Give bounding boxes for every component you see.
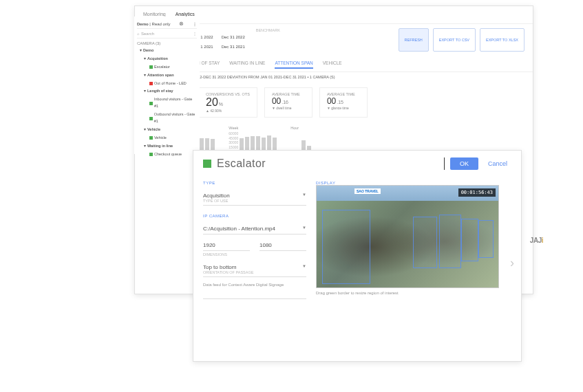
tree-item[interactable]: Escalator	[140, 63, 197, 72]
benchmark-label: BENCHMARK	[256, 28, 280, 32]
config-form: TYPE Acquisition ▼ TYPE OF USE IP CAMERA…	[203, 181, 306, 299]
chart-title: Week	[229, 126, 277, 130]
detection-box	[478, 220, 494, 258]
export-xlsx-button[interactable]: EXPORT TO XLSX	[480, 28, 524, 52]
detection-box	[413, 217, 437, 268]
date-to[interactable]: Dec 31 2022	[222, 35, 245, 39]
data-feed-note: Data feed for Context Aware Digital Sign…	[203, 283, 306, 287]
export-csv-button[interactable]: EXPORT TO CSV	[433, 28, 476, 52]
sign-overlay: SAO TRAVEL	[354, 188, 381, 194]
chevron-down-icon: ▼	[302, 226, 306, 230]
camera-config-window: Escalator OK Cancel TYPE Acquisition ▼ T…	[193, 150, 522, 362]
status-icon	[149, 102, 153, 105]
refresh-button[interactable]: REFRESH	[399, 28, 429, 52]
tree-group[interactable]: Acquisition	[147, 56, 168, 63]
metric-value: 20%	[206, 96, 250, 109]
detection-box	[461, 219, 478, 261]
status-icon	[149, 117, 153, 120]
subtab-vehicle[interactable]: VEHICLE	[323, 58, 342, 69]
search-icon: ⌕	[137, 32, 140, 36]
metric-value: 00.15	[327, 96, 360, 106]
close-icon[interactable]: ⊗	[179, 21, 184, 27]
camera-path-value: C:/Acquisition - Attention.mp4	[203, 226, 275, 232]
display-hint: Drag green border to resize region of in…	[316, 288, 511, 298]
chart-title: Hour	[290, 126, 317, 130]
tree-root: Demo	[143, 47, 153, 54]
tree-item[interactable]: Vehicle	[140, 134, 197, 142]
metric-delta: ▼ dwell time	[272, 106, 305, 110]
sidebar: Demo | Read only ⊗ ⋮ ⌕ Search ⋮ CAMERA (…	[134, 17, 200, 154]
cancel-button[interactable]: Cancel	[484, 157, 511, 170]
tree-item[interactable]: Out of Home - LED	[140, 80, 197, 88]
sidebar-section-label: CAMERA (3)	[137, 39, 197, 47]
tree-group[interactable]: Vehicle	[147, 127, 160, 133]
tree-group[interactable]: Waiting in line	[147, 143, 173, 150]
chart-hour: Hour	[290, 126, 317, 153]
camera-section-label: IP CAMERA	[203, 214, 306, 218]
tree-item[interactable]: Outbound visitors - Gate #1	[140, 111, 197, 126]
width-value: 1920	[203, 242, 215, 248]
width-input[interactable]: 1920	[203, 240, 250, 251]
type-select[interactable]: Acquisition ▼ TYPE OF USE	[203, 190, 306, 206]
detection-box	[439, 215, 461, 268]
mode-badge: Read only	[152, 22, 171, 26]
type-sub: TYPE OF USE	[203, 199, 306, 203]
metric-card: CONVERSIONS VS. OTS 20% ▲ 42.90%	[198, 87, 257, 118]
orientation-value: Top to bottom	[203, 264, 236, 270]
compare-to[interactable]: Dec 31 2021	[222, 45, 245, 49]
data-feed-input[interactable]	[203, 292, 306, 299]
camera-name-input[interactable]: Escalator	[217, 157, 445, 170]
status-icon	[149, 65, 153, 69]
menu-icon[interactable]: ⋮	[193, 21, 197, 26]
height-input[interactable]: 1080	[259, 240, 306, 251]
orientation-select[interactable]: Top to bottom ▼ ORIENTATION OF PASSAGE	[203, 262, 306, 277]
status-icon	[149, 82, 153, 85]
status-icon	[149, 153, 153, 156]
status-icon	[149, 136, 153, 140]
metric-value: 00.16	[272, 96, 305, 106]
ok-button[interactable]: OK	[450, 157, 478, 170]
subtab-waiting[interactable]: WAITING IN LINE	[229, 58, 265, 69]
subtab-attention[interactable]: ATTENTION SPAN	[275, 58, 312, 69]
video-preview[interactable]: SAO TRAVEL 00:01:56:43	[316, 185, 499, 288]
orientation-sub: ORIENTATION OF PASSAGE	[203, 270, 306, 274]
project-title: Demo	[137, 22, 149, 26]
next-arrow-icon[interactable]: ›	[510, 256, 514, 270]
timestamp-overlay: 00:01:56:43	[458, 188, 496, 197]
status-indicator	[203, 160, 211, 168]
dim-label: DIMENSIONS	[203, 252, 306, 257]
chevron-down-icon: ▼	[302, 264, 306, 268]
tree-item[interactable]: Checkout queue	[140, 151, 197, 159]
detection-box	[322, 210, 370, 284]
chevron-down-icon: ▼	[302, 193, 306, 197]
camera-path-input[interactable]: C:/Acquisition - Attention.mp4 ▼	[203, 224, 306, 235]
metric-delta: ▼ glance time	[327, 106, 360, 110]
metric-card: AVERAGE TIME 00.15 ▼ glance time	[319, 87, 368, 118]
metric-delta: ▲ 42.90%	[206, 109, 250, 113]
chart-week: Week 600004500030000150000	[229, 126, 277, 153]
search-input[interactable]: Search	[141, 32, 154, 36]
height-value: 1080	[259, 242, 272, 248]
more-icon[interactable]: ⋮	[193, 31, 197, 36]
camera-tree: ▾Demo▾AcquisitionEscalator▾Attention spa…	[137, 47, 197, 158]
type-section-label: TYPE	[203, 181, 306, 185]
tree-group[interactable]: Attention span	[147, 72, 174, 79]
tree-group[interactable]: Length of stay	[147, 88, 173, 95]
tree-item[interactable]: Inbound visitors - Gate #1	[140, 96, 197, 111]
metric-card: AVERAGE TIME 00.16 ▼ dwell time	[264, 87, 312, 118]
type-value: Acquisition	[203, 193, 230, 199]
brand-logo: JAJi	[530, 237, 543, 244]
